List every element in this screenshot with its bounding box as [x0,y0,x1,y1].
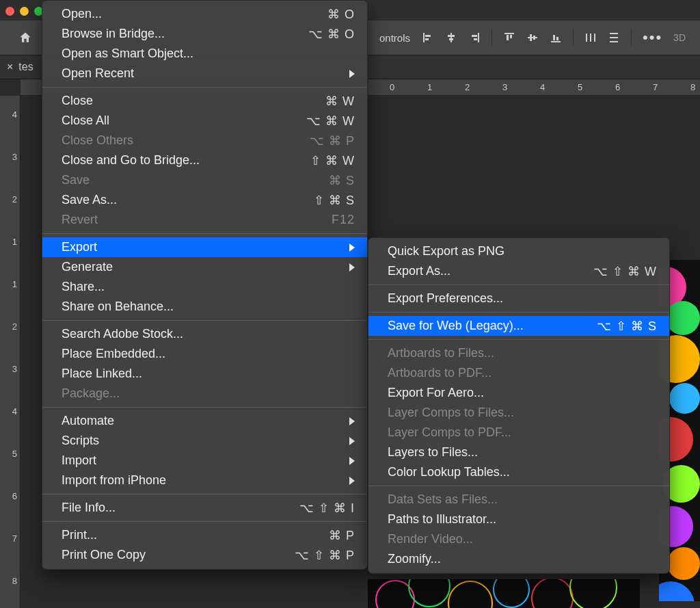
menu-item-artboards-files: Artboards to Files... [368,343,669,363]
ruler-tick: 2 [12,194,17,204]
window-close-button[interactable] [5,7,14,16]
menu-item-export-aero[interactable]: Export For Aero... [368,383,669,403]
menu-item-artboards-pdf: Artboards to PDF... [368,363,669,383]
menu-item-save-for-web[interactable]: Save for Web (Legacy)...⌥ ⇧ ⌘ S [368,316,669,336]
svg-rect-8 [474,38,477,40]
ruler-tick: 1 [427,82,432,92]
ruler-tick: 6 [12,491,17,501]
menu-item-close-all[interactable]: Close All⌥ ⌘ W [42,111,367,131]
menu-item-search-stock[interactable]: Search Adobe Stock... [42,324,367,344]
ruler-tick: 4 [12,109,17,120]
menu-item-export[interactable]: Export [42,237,367,257]
menu-item-import[interactable]: Import [42,451,367,471]
align-right-icon[interactable] [468,31,481,44]
menu-item-shortcut: ⌘ S [329,173,355,188]
menu-item-label: Search Adobe Stock... [62,327,355,341]
align-center-v-icon[interactable] [526,31,539,44]
menu-item-generate[interactable]: Generate [42,257,367,277]
ruler-tick: 4 [540,82,545,92]
menu-item-close-go-bridge[interactable]: Close and Go to Bridge...⇧ ⌘ W [42,150,367,170]
menu-item-zoomify[interactable]: Zoomify... [368,549,669,569]
menu-item-layers-files[interactable]: Layers to Files... [368,442,669,462]
menu-item-share-behance[interactable]: Share on Behance... [42,297,367,317]
menu-item-print[interactable]: Print...⌘ P [42,525,367,545]
menu-item-label: Export As... [388,264,573,278]
svg-rect-15 [551,41,561,42]
menu-item-color-lookup[interactable]: Color Lookup Tables... [368,462,669,482]
menu-item-browse-bridge[interactable]: Browse in Bridge...⌥ ⌘ O [42,24,367,44]
menu-item-label: Export [62,240,329,254]
export-submenu: Quick Export as PNGExport As...⌥ ⇧ ⌘ WEx… [368,237,670,574]
menu-item-import-iphone[interactable]: Import from iPhone [42,471,367,490]
svg-rect-13 [530,34,532,41]
menu-item-shortcut: ⌥ ⇧ ⌘ I [299,501,355,516]
menu-item-label: Open as Smart Object... [62,47,355,61]
align-bottom-icon[interactable] [550,31,562,44]
menu-item-share[interactable]: Share... [42,277,367,297]
more-options-icon[interactable]: ••• [643,29,662,47]
submenu-arrow-icon [349,70,355,78]
menu-item-quick-png[interactable]: Quick Export as PNG [368,241,669,261]
ruler-tick: 7 [12,533,17,544]
menu-item-save-as[interactable]: Save As...⇧ ⌘ S [42,190,367,210]
svg-rect-20 [594,34,595,42]
menu-item-open-smart[interactable]: Open as Smart Object... [42,44,367,64]
menu-item-print-one[interactable]: Print One Copy⌥ ⇧ ⌘ P [42,545,367,565]
menu-item-label: Layers to Files... [388,445,657,460]
menu-item-label: Open... [62,7,307,21]
ruler-tick: 1 [12,237,17,247]
toolbar-divider [573,29,574,47]
menu-item-label: Zoomify... [388,552,657,566]
menu-item-label: Close and Go to Bridge... [62,153,290,168]
submenu-arrow-icon [349,437,355,445]
align-top-icon[interactable] [503,31,515,44]
submenu-arrow-icon [349,243,355,252]
menu-item-label: Close All [62,114,286,128]
menu-item-shortcut: ⇧ ⌘ W [310,153,355,168]
menu-item-shortcut: ⌥ ⌘ O [308,27,355,42]
home-icon [18,31,32,44]
menu-item-file-info[interactable]: File Info...⌥ ⇧ ⌘ I [42,498,367,518]
menu-item-shortcut: ⌘ O [327,7,355,22]
ruler-tick: 4 [12,406,17,417]
menu-item-render-video: Render Video... [368,529,669,549]
menu-item-place-embedded[interactable]: Place Embedded... [42,344,367,364]
menu-item-shortcut: ⌘ P [329,528,355,543]
menu-item-label: Artboards to PDF... [388,366,657,380]
menu-item-open[interactable]: Open...⌘ O [42,4,367,24]
menu-item-label: Paths to Illustrator... [388,512,657,527]
menu-item-label: Color Lookup Tables... [388,465,657,479]
menu-item-shortcut: F12 [332,213,355,227]
menu-item-export-prefs[interactable]: Export Preferences... [368,289,669,308]
menu-item-open-recent[interactable]: Open Recent [42,64,367,83]
menu-item-place-linked[interactable]: Place Linked... [42,364,367,384]
svg-rect-2 [425,38,429,40]
menu-item-shortcut: ⌥ ⇧ ⌘ P [295,548,355,563]
tab-close-icon[interactable]: × [7,61,13,73]
menu-item-label: Automate [62,414,329,428]
ruler-tick: 3 [12,364,17,374]
svg-rect-11 [510,35,512,38]
distribute-v-icon[interactable] [608,31,620,44]
menu-item-scripts[interactable]: Scripts [42,431,367,451]
svg-rect-16 [553,35,555,40]
toolbar-divider [492,29,492,47]
svg-rect-3 [450,33,452,42]
align-left-icon[interactable] [422,31,434,44]
menu-item-label: File Info... [62,501,279,515]
menu-item-export-as[interactable]: Export As...⌥ ⇧ ⌘ W [368,261,669,281]
home-button[interactable] [12,25,38,51]
svg-rect-4 [448,35,455,37]
document-tab-label[interactable]: tes [18,61,33,73]
window-minimize-button[interactable] [20,7,29,16]
three-d-mode-label[interactable]: 3D [673,32,686,43]
menu-item-shortcut: ⌥ ⇧ ⌘ S [597,319,657,334]
menu-item-layer-comps-pdf: Layer Comps to PDF... [368,423,669,442]
align-center-h-icon[interactable] [445,31,457,44]
menu-item-paths-illustrator[interactable]: Paths to Illustrator... [368,510,669,529]
menu-item-close[interactable]: Close⌘ W [42,91,367,111]
svg-rect-21 [610,33,618,34]
distribute-h-icon[interactable] [584,31,597,44]
menu-item-automate[interactable]: Automate [42,411,367,431]
menu-item-label: Export For Aero... [388,386,657,400]
